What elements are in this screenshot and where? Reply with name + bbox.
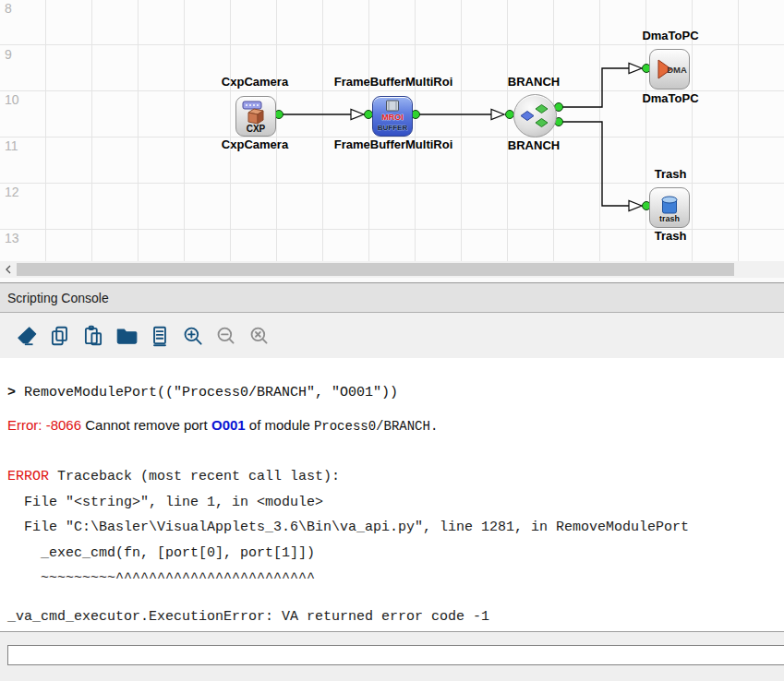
zoom-out-button[interactable] — [212, 322, 240, 350]
svg-text:BUFFER: BUFFER — [378, 124, 408, 132]
traceback-line: _exec_cmd(fn, [port[0], port[1]]) — [7, 541, 784, 567]
traceback-line: File "C:\Basler\VisualApplets_3.6\Bin\va… — [7, 515, 784, 541]
copy-icon — [48, 324, 72, 348]
module-branch-label-top: BRANCH — [451, 75, 617, 89]
zoom-reset-icon — [247, 324, 271, 348]
design-canvas[interactable]: 8 9 10 11 12 13 CxpCamera — [0, 0, 784, 261]
module-branch[interactable] — [513, 94, 557, 137]
clear-console-button[interactable] — [13, 322, 41, 350]
zoom-in-icon — [181, 324, 205, 348]
trash-icon: trash — [650, 188, 689, 227]
chevron-left-icon — [5, 265, 12, 274]
traceback-exception-line: _va_cmd_executor.ExecutionError: VA retu… — [7, 604, 784, 630]
frame-buffer-icon: MROI BUFFER — [373, 97, 412, 136]
paste-button[interactable] — [79, 322, 107, 350]
error-text: Cannot remove port — [85, 417, 208, 433]
module-branch-label-bottom: BRANCH — [451, 138, 617, 152]
module-trash-label-bottom: Trash — [587, 229, 754, 243]
script-log-button[interactable] — [146, 322, 174, 350]
arrowhead-icon — [491, 110, 504, 120]
module-trash-label-top: Trash — [587, 167, 754, 181]
svg-text:trash: trash — [659, 214, 680, 223]
dma-icon: DMA — [650, 50, 689, 89]
console-command: RemoveModulePort(("Process0/BRANCH", "O0… — [24, 385, 398, 400]
traceback-header: ERROR Traceback (most recent call last): — [7, 464, 784, 490]
branch-icon — [514, 95, 556, 137]
zoom-in-button[interactable] — [179, 322, 207, 350]
svg-text:CXP: CXP — [247, 124, 266, 134]
error-text: of module — [249, 417, 310, 433]
arrowhead-icon — [629, 201, 642, 211]
copy-button[interactable] — [46, 322, 74, 350]
console-prompt: > — [7, 385, 16, 400]
module-dmatopc[interactable]: DMA — [649, 49, 690, 90]
svg-text:MROI: MROI — [381, 113, 404, 122]
arrowhead-icon — [351, 110, 364, 120]
svg-text:DMA: DMA — [667, 65, 687, 75]
console-titlebar: Scripting Console — [0, 283, 784, 313]
console-traceback: ERROR Traceback (most recent call last):… — [7, 464, 784, 629]
scroll-left-button[interactable] — [0, 261, 17, 278]
eraser-icon — [15, 324, 39, 348]
console-input[interactable] — [7, 645, 784, 665]
console-output: > RemoveModulePort(("Process0/BRANCH", "… — [0, 358, 784, 631]
reset-zoom-button[interactable] — [246, 322, 273, 350]
open-folder-icon — [115, 324, 139, 348]
error-port-name: O001 — [211, 417, 246, 433]
module-framebuffer[interactable]: MROI BUFFER — [372, 96, 413, 137]
open-script-button[interactable] — [113, 322, 140, 350]
module-dmatopc-label-bottom: DmaToPC — [587, 91, 754, 105]
arrowhead-icon — [629, 64, 642, 74]
scrollbar-thumb[interactable] — [17, 263, 734, 276]
module-dmatopc-label-top: DmaToPC — [587, 29, 754, 42]
console-title: Scripting Console — [0, 291, 109, 305]
error-module-name: Process0/BRANCH. — [314, 419, 438, 434]
module-cxpcamera[interactable]: CXP — [235, 96, 276, 137]
console-command-line: > RemoveModulePort(("Process0/BRANCH", "… — [7, 384, 784, 401]
paste-icon — [81, 324, 105, 348]
console-input-area — [0, 631, 784, 681]
console-toolbar — [0, 313, 784, 358]
cxp-camera-icon: CXP — [236, 97, 275, 136]
traceback-line: ~~~~~~~~~^^^^^^^^^^^^^^^^^^^^^^^^ — [7, 566, 784, 591]
traceback-line: File "<string>", line 1, in <module> — [7, 490, 784, 516]
console-error-line: Error: -8066 Cannot remove port O001 of … — [7, 416, 784, 436]
log-icon — [148, 324, 172, 348]
link-branch-trash[interactable] — [562, 122, 629, 206]
canvas-horizontal-scrollbar[interactable] — [0, 261, 784, 278]
error-code: Error: -8066 — [7, 417, 81, 433]
zoom-out-icon — [214, 324, 238, 348]
module-trash[interactable]: trash — [649, 187, 690, 228]
